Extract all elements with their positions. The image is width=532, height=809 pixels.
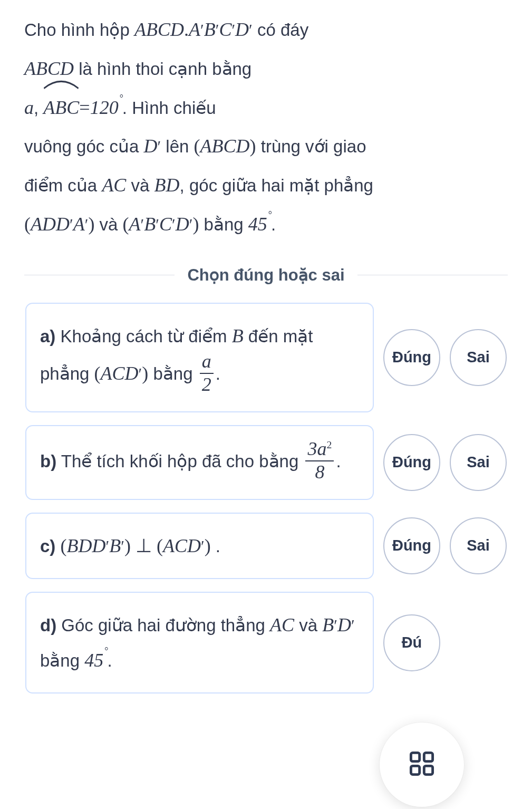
option-label: b) <box>40 451 56 470</box>
option-row-b: b) Thể tích khối hộp đã cho bằng 3a28. Đ… <box>25 425 507 500</box>
math-expr: B′D′ <box>322 614 354 635</box>
false-button[interactable]: Sai <box>450 434 507 491</box>
option-card-d: d) Góc giữa hai đường thẳng AC và B′D′ b… <box>25 592 374 694</box>
math-expr: (BDD′B′) ⊥ (ACD′) <box>61 535 216 556</box>
true-button[interactable]: Đú <box>383 614 440 671</box>
math-expr: AC <box>270 614 294 635</box>
text: , góc giữa hai mặt phẳng <box>180 176 373 195</box>
option-card-b: b) Thể tích khối hộp đã cho bằng 3a28. <box>25 425 374 500</box>
math-expr: (ACD′) <box>94 363 149 384</box>
math-expr: ABCD.A′B′C′D′ <box>134 19 253 40</box>
text: . <box>336 451 341 470</box>
text: Góc giữa hai đường thẳng <box>56 615 270 635</box>
math-angle: ABC <box>43 89 79 128</box>
math-expr: D′ <box>143 136 161 157</box>
text: . <box>216 364 220 383</box>
option-label: d) <box>40 615 56 635</box>
true-button[interactable]: Đúng <box>383 517 440 574</box>
true-button[interactable]: Đúng <box>383 434 440 491</box>
math-expr: ABCD <box>24 58 74 79</box>
fraction: 3a28 <box>305 439 334 483</box>
false-button[interactable]: Sai <box>450 517 507 574</box>
text: điểm của <box>24 176 102 195</box>
option-row-c: c) (BDD′B′) ⊥ (ACD′) . Đúng Sai <box>25 513 507 580</box>
text: Cho hình hộp <box>24 20 134 40</box>
options-list: a) Khoảng cách từ điểm B đến mặt phẳng (… <box>24 303 508 694</box>
math-expr: B <box>232 325 244 346</box>
text: . Hình chiếu <box>122 98 216 118</box>
text: bằng <box>40 651 84 670</box>
text: bằng <box>199 215 248 234</box>
text: là hình thoi cạnh bằng <box>74 59 252 79</box>
option-label: a) <box>40 326 55 346</box>
text: Thể tích khối hộp đã cho bằng <box>56 451 303 470</box>
false-button[interactable]: Sai <box>450 329 507 386</box>
math-expr: BD <box>154 175 180 196</box>
math-expr: AC <box>102 175 126 196</box>
text: trùng với giao <box>256 137 366 156</box>
text: và <box>294 615 322 635</box>
divider-label: Chọn đúng hoặc sai <box>175 265 357 285</box>
problem-statement: Cho hình hộp ABCD.A′B′C′D′ có đáy ABCD l… <box>24 11 508 244</box>
math-expr: (ABCD) <box>194 136 256 157</box>
text: và <box>94 215 122 234</box>
math-expr: a <box>24 97 34 118</box>
text: . <box>216 536 220 556</box>
true-button[interactable]: Đúng <box>383 329 440 386</box>
math-expr: =120° <box>79 97 122 118</box>
option-card-c: c) (BDD′B′) ⊥ (ACD′) . <box>25 513 374 580</box>
text: và <box>126 176 154 195</box>
text: lên <box>161 137 194 156</box>
math-expr: 45° <box>248 214 271 235</box>
option-card-a: a) Khoảng cách từ điểm B đến mặt phẳng (… <box>25 303 374 412</box>
option-row-d: d) Góc giữa hai đường thẳng AC và B′D′ b… <box>25 592 507 694</box>
text: , <box>34 98 43 118</box>
text: vuông góc của <box>24 137 143 156</box>
option-label: c) <box>40 536 55 556</box>
text: có đáy <box>253 20 308 40</box>
math-expr: 45° <box>84 650 107 671</box>
text: bằng <box>148 364 197 383</box>
text: Khoảng cách từ điểm <box>55 326 231 346</box>
option-row-a: a) Khoảng cách từ điểm B đến mặt phẳng (… <box>25 303 507 412</box>
math-expr: (ADD′A′) <box>24 214 94 235</box>
math-expr: (A′B′C′D′) <box>123 214 199 235</box>
section-divider: Chọn đúng hoặc sai <box>24 265 508 285</box>
fraction: a2 <box>200 352 214 395</box>
